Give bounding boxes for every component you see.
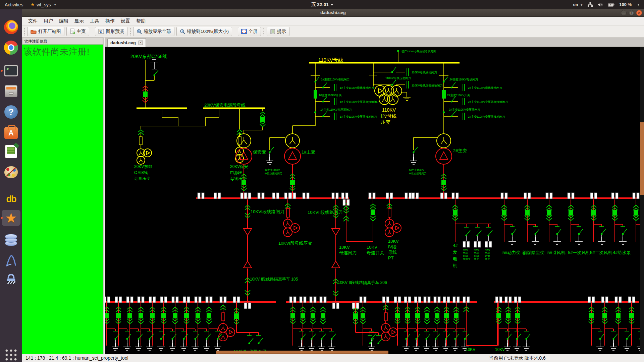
- toolbar-button-home-page[interactable]: 主页: [66, 27, 89, 36]
- symbol-brk[interactable]: [105, 313, 109, 318]
- symbol-sw[interactable]: [206, 334, 211, 340]
- tab-close-icon[interactable]: ✕: [139, 41, 143, 45]
- symbol-brk[interactable]: [515, 313, 520, 318]
- symbol-brk[interactable]: [321, 313, 325, 318]
- symbol-brk[interactable]: [150, 313, 155, 318]
- symbol-brk[interactable]: [127, 313, 132, 318]
- symbol-brk[interactable]: [353, 313, 358, 319]
- symbol-sw[interactable]: [578, 229, 583, 235]
- symbol-gnd[interactable]: [619, 237, 627, 245]
- symbol-sw[interactable]: [149, 334, 154, 340]
- symbol-sw[interactable]: [391, 80, 396, 86]
- menu-item-7[interactable]: 帮助: [133, 17, 149, 25]
- symbol-sw[interactable]: [487, 230, 492, 236]
- dock-item-designer-a[interactable]: [3, 253, 19, 269]
- symbol-brk[interactable]: [634, 210, 638, 216]
- symbol-gnd[interactable]: [112, 343, 119, 350]
- registration-panel-header[interactable]: 软件注册信息: [22, 38, 103, 45]
- symbol-gnd[interactable]: [532, 237, 539, 245]
- menu-item-2[interactable]: 编辑: [56, 17, 71, 25]
- symbol-brk[interactable]: [395, 313, 400, 318]
- dock-item-help[interactable]: ?: [3, 104, 19, 120]
- dock-item-scada-star[interactable]: ★: [2, 210, 20, 226]
- symbol-gnd[interactable]: [442, 343, 449, 350]
- symbol-gnd[interactable]: [432, 343, 439, 350]
- toolbar-button-fullscreen[interactable]: 全屏: [238, 27, 261, 36]
- symbol-gnd[interactable]: [423, 343, 430, 350]
- symbol-dot[interactable]: [314, 111, 316, 113]
- symbol-gnd[interactable]: [451, 343, 459, 350]
- symbol-brk[interactable]: [301, 313, 305, 318]
- symbol-gnd[interactable]: [328, 343, 335, 350]
- menu-item-1[interactable]: 用户: [41, 17, 56, 25]
- canvas-scrollbar[interactable]: [216, 351, 388, 354]
- symbol-chevU[interactable]: [105, 307, 109, 312]
- menu-item-5[interactable]: 操作: [102, 17, 118, 25]
- symbol-brk[interactable]: [602, 313, 607, 318]
- menu-item-4[interactable]: 工具: [87, 17, 102, 25]
- symbol-sw[interactable]: [599, 334, 604, 340]
- symbol-brk[interactable]: [502, 210, 506, 216]
- symbol-brk[interactable]: [589, 313, 594, 318]
- symbol-brk[interactable]: [425, 313, 429, 318]
- symbol-gnd[interactable]: [298, 343, 305, 350]
- symbol-brk[interactable]: [547, 210, 551, 216]
- symbol-sw[interactable]: [248, 338, 253, 344]
- canvas-scrollbar[interactable]: [640, 47, 644, 354]
- symbol-sw[interactable]: [153, 70, 158, 76]
- symbol-sw[interactable]: [454, 334, 459, 340]
- canvas-scrollbar[interactable]: [640, 122, 644, 195]
- symbol-sw[interactable]: [626, 334, 631, 340]
- single-line-diagram[interactable]: 20KV东都C768线20KV保安电源段母线110KV母线祝广1556#小联支线…: [105, 47, 644, 354]
- symbol-gnd[interactable]: [266, 157, 273, 164]
- symbol-gnd[interactable]: [523, 343, 530, 350]
- symbol-dot[interactable]: [443, 111, 445, 113]
- symbol-brk[interactable]: [290, 313, 295, 318]
- symbol-brk[interactable]: [311, 313, 315, 318]
- symbol-brk[interactable]: [591, 210, 596, 216]
- symbol-sw[interactable]: [391, 67, 396, 73]
- symbol-sw[interactable]: [612, 334, 618, 340]
- toolbar-button-zoom-100[interactable]: 1缩放到100%(原大小): [176, 27, 232, 36]
- symbol-brk[interactable]: [196, 313, 200, 318]
- symbol-gnd[interactable]: [575, 237, 583, 245]
- maximize-button[interactable]: ▢: [629, 10, 634, 16]
- toolbar-button-zoom-all[interactable]: 缩放显示全部: [133, 27, 174, 36]
- show-applications-button[interactable]: [5, 349, 17, 361]
- menu-item-0[interactable]: 文件: [25, 17, 41, 25]
- symbol-cellB[interactable]: [332, 303, 339, 309]
- symbol-deltaU[interactable]: [244, 261, 252, 268]
- symbol-gnd[interactable]: [596, 343, 604, 350]
- symbol-brk[interactable]: [371, 209, 375, 215]
- symbol-gnd[interactable]: [402, 343, 410, 350]
- dock-item-terminal[interactable]: >_: [3, 63, 19, 79]
- symbol-cellB[interactable]: [244, 303, 251, 309]
- dock-item-krita[interactable]: [3, 164, 19, 180]
- symbol-brk[interactable]: [629, 313, 634, 318]
- symbol-sw[interactable]: [425, 334, 430, 340]
- menu-item-3[interactable]: 显示: [71, 17, 87, 25]
- symbol-sw[interactable]: [534, 229, 539, 235]
- symbol-cellB[interactable]: [463, 241, 470, 247]
- symbol-sw[interactable]: [525, 334, 530, 340]
- symbol-sw[interactable]: [622, 229, 627, 235]
- symbol-dbar[interactable]: [463, 98, 465, 105]
- symbol-cellB[interactable]: [485, 241, 492, 247]
- symbol-gnd[interactable]: [410, 157, 417, 164]
- menu-item-6[interactable]: 设置: [118, 17, 133, 25]
- dock-item-libreoffice-calc[interactable]: [3, 143, 19, 160]
- dock-item-db-tool[interactable]: db: [3, 191, 19, 207]
- dock-item-firefox[interactable]: [3, 19, 19, 35]
- symbol-sw[interactable]: [258, 338, 263, 344]
- symbol-sw[interactable]: [171, 334, 176, 340]
- symbol-gnd[interactable]: [623, 343, 631, 350]
- symbol-gnd[interactable]: [513, 343, 521, 350]
- symbol-chevU[interactable]: [260, 112, 265, 117]
- window-titlebar[interactable]: dadushi.cvg — ▢ ✕: [22, 9, 644, 17]
- symbol-deltaD[interactable]: [244, 229, 252, 235]
- close-button[interactable]: ✕: [636, 10, 642, 16]
- symbol-brk[interactable]: [435, 313, 439, 318]
- symbol-sw[interactable]: [556, 229, 561, 235]
- symbol-gnd[interactable]: [368, 343, 375, 350]
- toolbar-button-tips[interactable]: 提示: [267, 27, 289, 36]
